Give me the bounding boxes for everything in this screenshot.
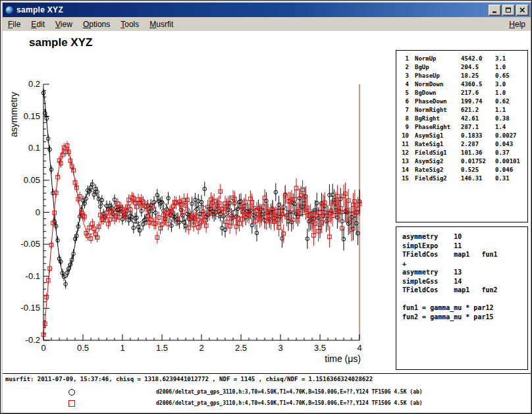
x-tick-label: 1 [120, 343, 124, 353]
theory-line: simplExpo 11 [402, 242, 527, 251]
x-axis: 00.511.522.533.54time (μs) [41, 334, 361, 364]
parameter-row: 10AsymSig10.18330.0027 [401, 132, 527, 140]
theory-line: simpleGss 14 [402, 277, 527, 286]
minimize-icon [491, 7, 498, 13]
square-marker-icon [68, 400, 75, 407]
param-error: 1.0 [495, 89, 506, 97]
x-tick-label: 4 [357, 343, 361, 353]
window-controls [489, 5, 529, 16]
parameter-row: 12FieldSig1101.360.37 [401, 149, 527, 157]
param-name: AsymSig2 [415, 157, 461, 166]
param-name: NormUp [415, 55, 461, 63]
param-name: BgDown [415, 89, 461, 97]
parameter-row: 14RateSig20.5250.046 [401, 166, 527, 174]
fit-status-line: musrfit: 2011-07-09, 15:37:46, chisq = 1… [5, 376, 373, 382]
parameter-row: 11RateSig12.2870.043 [401, 140, 527, 149]
minimize-button[interactable] [489, 5, 501, 16]
data-series-2 [41, 141, 361, 338]
param-number: 10 [401, 132, 409, 140]
param-error: 0.043 [495, 140, 513, 149]
x-axis-title: time (μs) [325, 353, 361, 364]
parameter-row: 8BgRight42.610.38 [401, 115, 527, 123]
param-name: PhaseDown [415, 97, 461, 106]
menu-help[interactable]: Help [504, 18, 531, 30]
theory-line: fun1 = gamma_mu * par12 [402, 303, 527, 313]
theory-line: TFieldCos map1 fun2 [402, 286, 527, 295]
param-error: 0.37 [495, 149, 510, 157]
param-value: 0.1833 [461, 132, 495, 140]
parameter-box: 1NormUp4542.03.12BgUp204.51.03PhaseUp18.… [396, 50, 528, 222]
close-button[interactable] [516, 5, 529, 16]
y-axis-title: asymmetry [9, 92, 19, 137]
param-value: 4542.0 [461, 55, 495, 63]
menu-musrfit[interactable]: Musrfit [144, 18, 178, 30]
param-error: 1.4 [495, 123, 506, 132]
param-value: 2.287 [461, 140, 495, 149]
param-name: FieldSig2 [415, 174, 461, 183]
theory-line: TFieldCos map1 fun1 [402, 250, 527, 259]
param-error: 3.0 [495, 80, 506, 89]
param-value: 287.1 [461, 123, 495, 132]
x-tick-label: 1.5 [156, 343, 168, 353]
param-name: BgRight [415, 115, 461, 123]
param-value: 0.525 [461, 166, 495, 174]
app-window: sample XYZ FileEditViewOptionsToolsMusrf… [0, 0, 532, 414]
legend-entry: d2006/deltat_pta_gps_3110,h:4,T0=4.50K,T… [3, 398, 531, 409]
legend-label: d2006/deltat_pta_gps_3110,h:4,T0=4.50K,T… [156, 400, 423, 406]
param-value: 0.01752 [461, 157, 495, 166]
param-number: 15 [401, 174, 409, 183]
parameter-row: 4NormDown4360.53.0 [401, 80, 527, 89]
y-tick-label: -0.15 [20, 303, 40, 313]
parameter-row: 1NormUp4542.03.1 [401, 55, 527, 63]
maximize-button[interactable] [502, 5, 515, 16]
param-name: BgUp [415, 63, 461, 72]
menu-view[interactable]: View [50, 18, 78, 30]
legend-entry: d2006/deltat_pta_gps_3110,h:3,T0=4.50K,T… [3, 386, 531, 398]
y-tick-label: 0.1 [28, 143, 40, 153]
legend-label: d2006/deltat_pta_gps_3110,h:3,T0=4.50K,T… [156, 389, 423, 395]
asymmetry-plot-canvas[interactable]: -0.2-0.15-0.1-0.0500.050.10.150.2asymmet… [3, 31, 395, 400]
maximize-icon [505, 7, 512, 13]
param-number: 11 [401, 140, 409, 149]
theory-line: asymmetry 10 [402, 232, 527, 242]
canvas-area: sample XYZ -0.2-0.15-0.1-0.0500.050.10.1… [3, 31, 531, 413]
param-name: NormDown [415, 80, 461, 89]
x-tick-label: 3.5 [314, 343, 326, 353]
param-value: 217.6 [461, 89, 495, 97]
param-name: RateSig2 [415, 166, 461, 174]
param-number: 8 [401, 115, 409, 123]
param-error: 0.62 [495, 97, 510, 106]
param-error: 0.00101 [495, 157, 520, 166]
param-name: RateSig1 [415, 140, 461, 149]
param-number: 14 [401, 166, 409, 174]
param-name: NormRight [415, 106, 461, 115]
y-tick-label: 0 [36, 207, 40, 217]
param-value: 18.25 [461, 72, 495, 80]
x-tick-label: 0 [41, 343, 45, 353]
circle-marker-icon [68, 389, 75, 396]
menu-file[interactable]: File [3, 18, 26, 30]
theory-line [402, 295, 527, 304]
param-error: 1.1 [495, 106, 506, 115]
param-number: 7 [401, 106, 409, 115]
parameter-row: 3PhaseUp18.250.65 [401, 72, 527, 80]
parameter-row: 15FieldSig2146.310.31 [401, 174, 527, 183]
y-tick-label: 0.15 [24, 111, 40, 121]
param-number: 6 [401, 97, 409, 106]
param-name: PhaseRight [415, 123, 461, 132]
param-value: 621.2 [461, 106, 495, 115]
menu-options[interactable]: Options [78, 18, 115, 30]
param-value: 101.36 [461, 149, 495, 157]
x-tick-label: 0.5 [77, 343, 89, 353]
menu-tools[interactable]: Tools [115, 18, 144, 30]
param-number: 5 [401, 89, 409, 97]
param-number: 12 [401, 149, 409, 157]
param-number: 1 [401, 55, 409, 63]
x-tick-label: 3 [278, 343, 282, 353]
titlebar[interactable]: sample XYZ [3, 3, 531, 17]
x-tick-label: 2 [199, 343, 203, 353]
parameter-row: 5BgDown217.61.0 [401, 89, 527, 97]
theory-line: asymmetry 13 [402, 268, 527, 277]
param-name: AsymSig1 [415, 132, 461, 140]
menu-edit[interactable]: Edit [26, 18, 50, 30]
